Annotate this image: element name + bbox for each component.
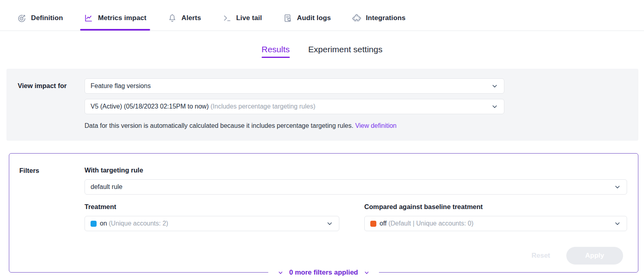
tab-audit-logs[interactable]: Audit logs — [282, 6, 332, 31]
impact-type-value: Feature flag versions — [91, 82, 487, 90]
targeting-rule-dropdown[interactable]: default rule — [85, 179, 627, 195]
tab-metrics-impact-label: Metrics impact — [98, 14, 146, 22]
version-value: V5 (Active) (05/18/2023 02:15PM to now) … — [91, 103, 487, 110]
treatment-dropdown[interactable]: on (Unique accounts: 2) — [85, 216, 339, 231]
subtab-experiment-settings-label: Experiment settings — [308, 45, 382, 54]
document-search-icon — [283, 13, 293, 23]
bell-icon — [167, 13, 177, 23]
baseline-name: off — [380, 220, 387, 227]
targeting-rule-label: With targeting rule — [85, 166, 627, 174]
treatment-on-swatch — [91, 221, 97, 227]
view-definition-link[interactable]: View definition — [355, 122, 396, 129]
terminal-icon — [222, 13, 232, 23]
chevron-down-icon — [491, 82, 498, 90]
tab-integrations-label: Integrations — [366, 14, 406, 22]
baseline-label: Compared against baseline treatment — [364, 203, 627, 211]
treatment-note: (Unique accounts: 2) — [109, 220, 168, 227]
targeting-rule-value: default rule — [91, 183, 610, 191]
tab-definition-label: Definition — [31, 14, 63, 22]
filter-actions: Reset Apply — [85, 247, 627, 265]
tab-alerts[interactable]: Alerts — [167, 6, 202, 31]
active-tab-underline — [80, 29, 150, 31]
treatment-label: Treatment — [85, 203, 339, 211]
subtab-experiment-settings[interactable]: Experiment settings — [308, 45, 382, 58]
line-chart-icon — [84, 13, 93, 23]
chevron-down-icon — [278, 270, 283, 275]
version-dropdown[interactable]: V5 (Active) (05/18/2023 02:15PM to now) … — [85, 99, 504, 114]
metrics-impact-page: Definition Metrics impact Alerts Live — [0, 0, 644, 277]
filters-controls: With targeting rule default rule Treatme… — [85, 166, 627, 265]
view-impact-panel: View impact for Feature flag versions V5… — [6, 69, 638, 141]
baseline-column: Compared against baseline treatment off … — [364, 203, 627, 231]
view-impact-controls: Feature flag versions V5 (Active) (05/18… — [85, 78, 504, 129]
tab-definition[interactable]: Definition — [16, 6, 64, 31]
version-note: (Includes percentage targeting rules) — [211, 103, 316, 110]
treatment-columns: Treatment on (Unique accounts: 2) Compar… — [85, 203, 627, 231]
reset-button[interactable]: Reset — [531, 252, 550, 260]
chevron-down-icon — [364, 270, 369, 275]
treatment-value: on (Unique accounts: 2) — [100, 220, 322, 227]
tab-live-tail-label: Live tail — [236, 14, 262, 22]
chevron-down-icon — [614, 183, 621, 191]
tab-alerts-label: Alerts — [182, 14, 201, 22]
top-nav: Definition Metrics impact Alerts Live — [0, 0, 644, 31]
treatment-name: on — [100, 220, 107, 227]
filters-body: Filters With targeting rule default rule… — [9, 154, 638, 265]
baseline-dropdown[interactable]: off (Default | Unique accounts: 0) — [364, 216, 627, 231]
puzzle-icon — [352, 13, 361, 23]
subtab-results[interactable]: Results — [262, 45, 290, 58]
tab-audit-logs-label: Audit logs — [297, 14, 331, 22]
chevron-down-icon — [491, 103, 498, 110]
treatment-off-swatch — [370, 221, 376, 227]
tab-live-tail[interactable]: Live tail — [221, 6, 263, 31]
active-subtab-underline — [262, 57, 290, 58]
helper-text: Data for this version is automatically c… — [85, 122, 353, 129]
version-main: V5 (Active) (05/18/2023 02:15PM to now) — [91, 103, 209, 110]
baseline-value: off (Default | Unique accounts: 0) — [380, 220, 610, 227]
subtab-results-label: Results — [262, 45, 290, 54]
sub-tabs: Results Experiment settings — [0, 45, 644, 58]
view-impact-label: View impact for — [18, 78, 85, 129]
chevron-down-icon — [614, 220, 621, 227]
more-filters-label: 0 more filters applied — [289, 269, 358, 277]
more-filters-toggle[interactable]: 0 more filters applied — [268, 269, 379, 277]
apply-button[interactable]: Apply — [566, 247, 623, 265]
filters-panel: Filters With targeting rule default rule… — [9, 153, 638, 273]
baseline-note: (Default | Unique accounts: 0) — [388, 220, 473, 227]
impact-type-dropdown[interactable]: Feature flag versions — [85, 78, 504, 94]
treatment-column: Treatment on (Unique accounts: 2) — [85, 203, 339, 231]
chevron-down-icon — [326, 220, 333, 227]
tab-integrations[interactable]: Integrations — [351, 6, 407, 31]
target-icon — [17, 13, 27, 23]
filters-label: Filters — [19, 166, 85, 265]
tab-metrics-impact[interactable]: Metrics impact — [83, 6, 147, 31]
version-helper-text: Data for this version is automatically c… — [85, 122, 504, 129]
